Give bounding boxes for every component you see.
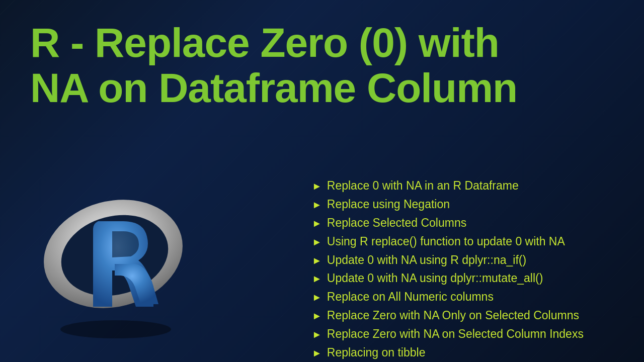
bullet-arrow: ►: [312, 254, 322, 267]
list-item: ► Replace 0 with NA in an R Dataframe: [312, 178, 624, 194]
list-item-text: Update 0 with NA using R dplyr::na_if(): [327, 253, 526, 268]
title-line1: R - Replace Zero (0) with: [30, 20, 499, 65]
bullet-arrow: ►: [312, 235, 322, 248]
svg-point-0: [60, 320, 171, 338]
bullet-arrow: ►: [312, 198, 322, 211]
list-item-text: Replace 0 with NA in an R Dataframe: [327, 178, 519, 194]
bullet-arrow: ►: [312, 291, 322, 304]
r-logo-icon: [35, 181, 196, 342]
bullet-arrow: ►: [312, 217, 322, 230]
bullet-arrow: ►: [312, 179, 322, 193]
list-item-text: Replace Zero with NA on Selected Column …: [327, 327, 584, 342]
bullet-arrow: ►: [312, 272, 322, 285]
title-line2: NA on Dataframe Column: [30, 65, 517, 111]
bullet-arrow: ►: [312, 309, 322, 322]
main-title: R - Replace Zero (0) with NA on Datafram…: [30, 20, 614, 111]
list-item-text: Update 0 with NA using dplyr::mutate_all…: [327, 271, 543, 286]
topics-list: ► Replace 0 with NA in an R Dataframe ► …: [312, 178, 624, 360]
list-item-text: Replace on All Numeric columns: [327, 290, 494, 305]
list-item-text: Replacing on tibble: [327, 345, 426, 360]
list-item: ► Replace Zero with NA Only on Selected …: [312, 308, 624, 323]
list-item-text: Using R replace() function to update 0 w…: [327, 234, 565, 249]
title-section: R - Replace Zero (0) with NA on Datafram…: [30, 20, 614, 111]
r-logo-container: [30, 176, 201, 347]
list-item-text: Replace Zero with NA Only on Selected Co…: [327, 308, 579, 323]
bullet-arrow: ►: [312, 346, 322, 359]
list-item-text: Replace using Negation: [327, 197, 450, 212]
list-item-text: Replace Selected Columns: [327, 216, 466, 231]
list-item: ► Update 0 with NA using R dplyr::na_if(…: [312, 253, 624, 268]
bullet-arrow: ►: [312, 328, 322, 341]
list-item: ► Replace Zero with NA on Selected Colum…: [312, 327, 624, 342]
list-item: ► Using R replace() function to update 0…: [312, 234, 624, 249]
list-item: ► Replace using Negation: [312, 197, 624, 212]
page-background: R - Replace Zero (0) with NA on Datafram…: [0, 0, 644, 362]
list-item: ► Replace on All Numeric columns: [312, 290, 624, 305]
list-item: ► Replace Selected Columns: [312, 216, 624, 231]
list-item: ► Replacing on tibble: [312, 345, 624, 360]
list-item: ► Update 0 with NA using dplyr::mutate_a…: [312, 271, 624, 286]
content-list: ► Replace 0 with NA in an R Dataframe ► …: [312, 178, 624, 362]
